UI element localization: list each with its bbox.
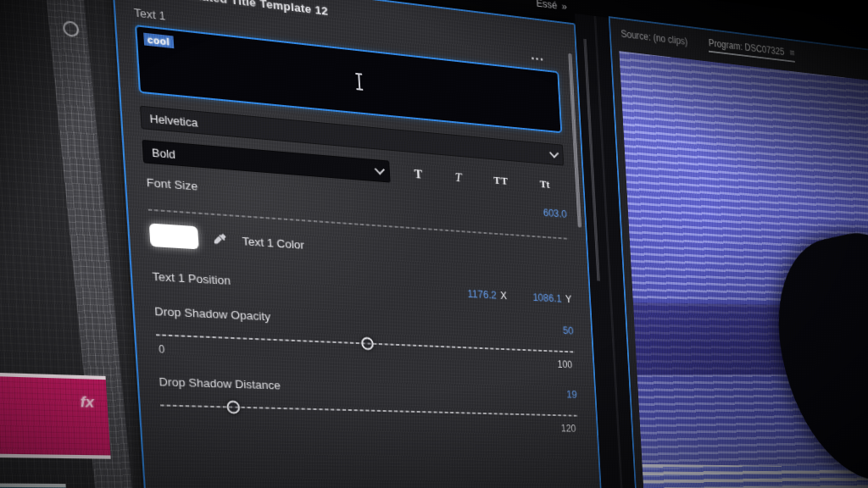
font-size-label: Font Size [146, 175, 198, 192]
position-x[interactable]: 1176.2X [467, 288, 507, 302]
tab-source-monitor[interactable]: Source: (no clips) [620, 28, 687, 47]
shadow-distance-max: 120 [560, 423, 576, 435]
tab-essential[interactable]: Essé » [536, 0, 567, 13]
panel-menu-icon[interactable]: ≡ [789, 47, 795, 58]
program-monitor-panel: Source: (no clips) Program: DSC07325 ≡ [609, 16, 868, 488]
text-color-swatch[interactable] [149, 223, 199, 249]
shadow-distance-value[interactable]: 19 [566, 389, 577, 401]
eyedropper-icon[interactable] [212, 231, 229, 248]
chevron-down-icon [374, 164, 384, 175]
more-options-icon[interactable]: ••• [531, 53, 544, 64]
screen-photo: fx Lumetri Color Text Properties ≡ Essé … [0, 0, 868, 488]
faux-bold-button[interactable]: T [414, 167, 422, 182]
tab-overflow-chevron-icon[interactable]: » [561, 1, 567, 13]
shadow-distance-label: Drop Shadow Distance [159, 375, 281, 392]
premiere-workspace: fx Lumetri Color Text Properties ≡ Essé … [0, 0, 868, 488]
font-size-value[interactable]: 603.0 [543, 207, 567, 220]
selected-text: cool [143, 33, 174, 49]
video-bright-stripes [643, 464, 868, 488]
small-caps-button[interactable]: Tt [540, 177, 550, 191]
shadow-opacity-value[interactable]: 50 [563, 324, 574, 336]
text-position-label: Text 1 Position [152, 269, 231, 287]
position-y[interactable]: 1086.1Y [532, 291, 571, 305]
text-color-label: Text 1 Color [242, 234, 304, 251]
properties-panel: Lumetri Color Text Properties ≡ Essé » E… [111, 0, 609, 488]
slider-knob[interactable] [226, 401, 240, 414]
slider-knob[interactable] [361, 337, 374, 351]
timeline-clip-pink[interactable]: fx [0, 370, 111, 459]
program-video-preview[interactable] [619, 51, 868, 488]
shadow-opacity-max: 100 [557, 358, 572, 370]
faux-italic-button[interactable]: T [454, 170, 462, 185]
all-caps-button[interactable]: TT [493, 174, 509, 188]
shadow-opacity-label: Drop Shadow Opacity [154, 304, 271, 323]
ibeam-cursor-icon [352, 71, 366, 92]
timeline-clip-teal[interactable] [0, 483, 70, 488]
fx-badge: fx [80, 393, 95, 412]
tab-program-monitor[interactable]: Program: DSC07325 ≡ [708, 36, 795, 63]
shadow-opacity-min: 0 [159, 343, 165, 356]
chevron-down-icon [549, 147, 559, 158]
text-group-label: Text 1 [134, 6, 166, 23]
